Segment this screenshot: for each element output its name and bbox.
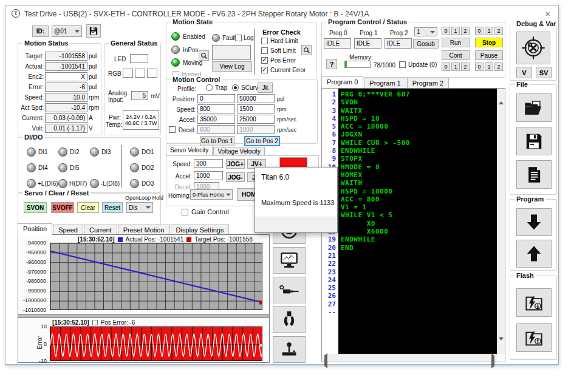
- clear-button[interactable]: Clear: [77, 202, 99, 213]
- new-document-button[interactable]: [516, 160, 552, 189]
- cont-0-button[interactable]: 0: [442, 63, 450, 71]
- speed-1-input[interactable]: 800: [197, 104, 235, 113]
- analog-input-field[interactable]: 5: [131, 91, 148, 100]
- tab-servo-velocity[interactable]: Servo Velocity: [166, 146, 213, 155]
- debug-button[interactable]: [516, 32, 550, 64]
- jog-speed-input[interactable]: 300: [194, 159, 223, 168]
- stop-0-button[interactable]: 0: [475, 27, 484, 35]
- run-0-button[interactable]: 0: [442, 27, 450, 35]
- decel-1-input[interactable]: 600: [197, 125, 235, 134]
- save-id-button[interactable]: [86, 24, 101, 38]
- jog-accel-input[interactable]: 1000: [194, 171, 223, 180]
- jog-plus-button[interactable]: JOG+: [226, 159, 245, 169]
- flash-read-button[interactable]: [516, 323, 552, 352]
- code-lines[interactable]: PRG 0;***VER 607SVONWAITXHSPD = 10ACC = …: [338, 89, 497, 354]
- scroll-left-icon[interactable]: [324, 356, 327, 367]
- program-download-button[interactable]: [516, 208, 552, 236]
- pause-0-button[interactable]: 0: [475, 63, 484, 71]
- error-check-item-0[interactable]: Hard Limit: [261, 38, 298, 44]
- joystick-button[interactable]: [273, 336, 306, 363]
- run-2-button[interactable]: 2: [461, 27, 470, 35]
- monitor-chart-button[interactable]: [273, 247, 306, 274]
- id-select[interactable]: @01: [52, 25, 82, 37]
- actuator-button[interactable]: [273, 277, 306, 303]
- stop-1-button[interactable]: 1: [485, 27, 493, 35]
- position-2-input[interactable]: 50000: [237, 94, 275, 103]
- jog-minus-button[interactable]: JOG-: [226, 172, 245, 182]
- v-button[interactable]: V: [516, 67, 532, 78]
- trap-radio[interactable]: Trap: [206, 84, 227, 91]
- tab-program-1[interactable]: Program 1: [364, 78, 406, 88]
- code-vscrollbar[interactable]: [497, 89, 505, 354]
- error-plot[interactable]: [50, 326, 262, 361]
- tab-position[interactable]: Position: [18, 223, 52, 235]
- run-button[interactable]: Run: [442, 38, 470, 47]
- error-check-item-2[interactable]: Pos Error: [261, 57, 296, 64]
- chart-splitter[interactable]: [18, 314, 269, 318]
- accel-1-input[interactable]: 35000: [197, 115, 235, 124]
- accel-2-input[interactable]: 25000: [237, 115, 275, 124]
- cont-2-button[interactable]: 2: [461, 63, 470, 71]
- speed-field[interactable]: -10.0: [45, 93, 87, 102]
- run-1-button[interactable]: 1: [451, 27, 460, 35]
- gain-control-checkbox[interactable]: [182, 209, 188, 215]
- decel-2-input[interactable]: 1000: [237, 125, 275, 134]
- current-field[interactable]: 0.03 (-0.09): [45, 113, 87, 123]
- pos-error-legend-checkbox[interactable]: [92, 320, 98, 325]
- tab-voltage-velocity[interactable]: Voltage Velocity: [213, 147, 265, 155]
- gosub-button[interactable]: Gosub: [413, 39, 439, 49]
- error-field[interactable]: -6: [45, 83, 87, 92]
- svoff-button[interactable]: SVOFF: [51, 202, 74, 213]
- jk-button[interactable]: Jk: [258, 83, 273, 93]
- pause-2-button[interactable]: 2: [494, 63, 503, 71]
- tab-program-0[interactable]: Program 0: [321, 76, 363, 88]
- open-file-button[interactable]: [516, 93, 552, 122]
- scroll-down-icon[interactable]: [499, 340, 504, 351]
- enc2-field[interactable]: X: [45, 72, 87, 81]
- update-checkbox[interactable]: Update (0): [399, 61, 437, 68]
- save-file-button[interactable]: [516, 127, 552, 155]
- program-upload-button[interactable]: [516, 240, 552, 268]
- stop-2-button[interactable]: 2: [494, 27, 503, 35]
- act-spd-field[interactable]: -10.4: [45, 103, 87, 112]
- goto-pos2-button[interactable]: Go to Pos 2: [244, 136, 280, 146]
- titan-popup[interactable]: Titan 6.0 Maximum Speed is 1133: [255, 167, 338, 233]
- target-field[interactable]: -1001558: [45, 52, 87, 61]
- cont-1-button[interactable]: 1: [451, 63, 460, 71]
- tab-current[interactable]: Current: [84, 225, 117, 235]
- position-plot[interactable]: [50, 243, 262, 310]
- help-button[interactable]: ?: [326, 59, 337, 69]
- scroll-right-icon[interactable]: [491, 356, 494, 367]
- log-checkbox[interactable]: Log: [235, 35, 254, 41]
- position-1-input[interactable]: 0: [197, 94, 235, 103]
- tab-speed[interactable]: Speed: [53, 225, 83, 235]
- volt-field[interactable]: 0.01 (-1.17): [45, 124, 87, 133]
- openloop-hold-select[interactable]: Dis: [126, 202, 153, 213]
- sv-button[interactable]: SV: [536, 67, 552, 78]
- decel-checkbox[interactable]: [169, 126, 176, 133]
- pause-button[interactable]: Pause: [475, 50, 503, 60]
- error-check-item-1[interactable]: Soft Limit: [261, 47, 296, 54]
- reset-button[interactable]: Reset: [102, 202, 123, 213]
- homing-select[interactable]: 0-Plus Home: [190, 189, 233, 200]
- code-hscrollbar[interactable]: [322, 354, 497, 362]
- refresh-state-button[interactable]: [199, 50, 209, 61]
- tab-display-settings[interactable]: Display Settings: [171, 225, 230, 235]
- close-button[interactable]: ×: [542, 8, 553, 19]
- actual-field[interactable]: -1001541: [45, 62, 87, 71]
- tab-preset-motion[interactable]: Preset Motion: [118, 225, 170, 235]
- svon-button[interactable]: SVON: [24, 202, 47, 213]
- stop-button[interactable]: Stop: [475, 38, 503, 47]
- gosub-select[interactable]: 1: [414, 27, 437, 36]
- scroll-up-icon[interactable]: [499, 91, 504, 102]
- pause-1-button[interactable]: 1: [485, 63, 493, 71]
- flash-write-button[interactable]: [516, 288, 552, 317]
- gripper-button[interactable]: [273, 306, 306, 333]
- view-log-button[interactable]: View Log: [212, 61, 252, 72]
- cont-button[interactable]: Cont: [442, 50, 470, 60]
- speed-2-input[interactable]: 1500: [237, 104, 275, 113]
- tab-program-2[interactable]: Program 2: [407, 78, 449, 88]
- error-check-item-3[interactable]: Current Error: [261, 67, 306, 73]
- refresh-errors-button[interactable]: [301, 45, 312, 55]
- goto-pos1-button[interactable]: Go to Pos 1: [200, 136, 234, 146]
